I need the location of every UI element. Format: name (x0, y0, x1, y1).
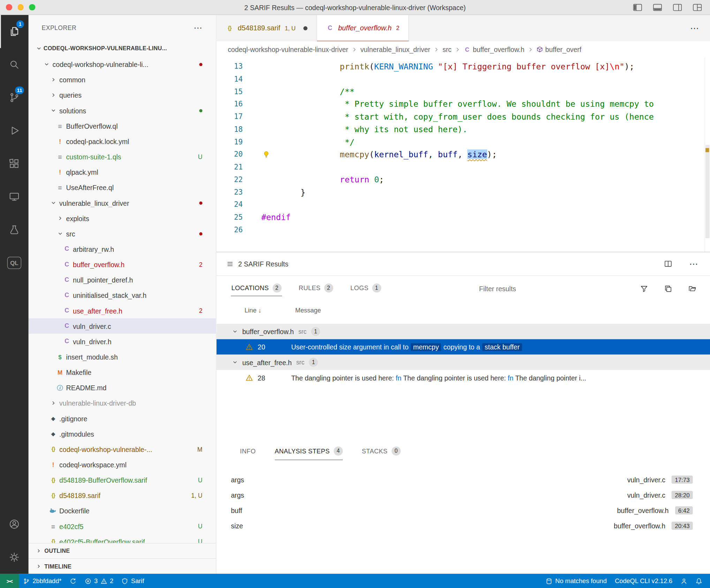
sort-by-line-header[interactable]: Line ↓ (244, 307, 262, 314)
tree-item[interactable]: !qlpack.yml (29, 164, 216, 180)
tree-item[interactable]: {}d548189-BufferOverflow.sarifU (29, 472, 216, 488)
tree-item[interactable]: {}e402cf5-BufferOverflow.sarifU (29, 534, 216, 543)
customize-layout-icon[interactable] (693, 3, 702, 11)
sidebar-item-explorer[interactable]: 1 (0, 15, 29, 48)
filter-results-input[interactable] (479, 285, 628, 292)
location-link[interactable]: fn (508, 374, 513, 382)
step-file-link[interactable]: vuln_driver.c (627, 476, 665, 483)
tree-item[interactable]: iREADME.md (29, 380, 216, 395)
feedback-status-item[interactable] (677, 574, 692, 588)
sarif-file-group-row[interactable]: use_after_free.hsrc1 (217, 355, 710, 370)
problems-status-item[interactable]: 3 2 (81, 574, 118, 588)
tree-item[interactable]: $insert_module.sh (29, 349, 216, 364)
breadcrumb-item[interactable]: vulnerable_linux_driver (361, 45, 430, 53)
analysis-step-row[interactable]: argsvuln_driver.c28:20 (217, 487, 710, 503)
tab-buffer-overflow-h[interactable]: C buffer_overflow.h 2 (317, 15, 409, 41)
accounts-button[interactable] (0, 508, 29, 541)
tree-item[interactable]: ◆.gitmodules (29, 426, 216, 442)
sarif-result-row[interactable]: 20User-controlled size argument in call … (217, 339, 710, 355)
tree-item[interactable]: queries (29, 88, 216, 103)
sarif-file-group-row[interactable]: buffer_overflow.hsrc1 (217, 324, 710, 339)
settings-button[interactable] (0, 541, 29, 574)
tree-item[interactable]: ◆.gitignore (29, 411, 216, 426)
breadcrumb-item[interactable]: Cbuffer_overflow.h (464, 45, 524, 53)
sarif-tab-locations[interactable]: LOCATIONS2 (231, 281, 282, 296)
zoom-window-icon[interactable] (29, 4, 35, 10)
panel-more-actions-icon[interactable]: ⋯ (689, 258, 698, 269)
sidebar-item-remote-explorer[interactable] (0, 180, 29, 213)
workspace-root-row[interactable]: CODEQL-WORKSHOP-VULNERABLE-LINU... (29, 40, 216, 57)
tree-item[interactable]: {}codeql-workshop-vulnerable-...M (29, 442, 216, 457)
filter-icon[interactable] (640, 285, 648, 292)
tree-item[interactable]: !codeql-workspace.yml (29, 457, 216, 472)
sarif-tab-rules[interactable]: RULES2 (298, 281, 334, 296)
tree-item[interactable]: Dockerfile (29, 503, 216, 519)
toggle-secondary-sidebar-icon[interactable] (673, 3, 682, 11)
editor-scrollbar[interactable] (704, 58, 710, 252)
detail-tab-info[interactable]: INFO (240, 446, 256, 460)
tree-item[interactable]: MMakefile (29, 364, 216, 380)
tab-d548189-sarif[interactable]: {} d548189.sarif 1, U (217, 15, 317, 41)
detail-tab-stacks[interactable]: STACKS0 (362, 446, 401, 460)
close-window-icon[interactable] (6, 4, 12, 10)
tree-item[interactable]: src (29, 226, 216, 241)
tree-item[interactable]: codeql-workshop-vulnerable-li... (29, 56, 216, 72)
breadcrumb-item[interactable]: buffer_overf (537, 45, 581, 53)
tree-item[interactable]: vulnerable-linux-driver-db (29, 395, 216, 411)
sidebar-item-testing[interactable] (0, 213, 29, 247)
scrollbar-thumb[interactable] (705, 145, 709, 238)
breadcrumb-item[interactable]: src (443, 45, 452, 53)
step-file-link[interactable]: buffer_overflow.h (617, 506, 669, 514)
code-location-chip[interactable]: stack buffer (482, 343, 522, 351)
remote-indicator[interactable]: >< (0, 574, 19, 588)
detail-tab-analysis-steps[interactable]: ANALYSIS STEPS4 (275, 446, 343, 460)
tree-item[interactable]: Cuse_after_free.h2 (29, 303, 216, 318)
step-file-link[interactable]: buffer_overflow.h (614, 522, 665, 529)
tree-item[interactable]: ≡custom-suite-1.qlsU (29, 149, 216, 164)
minimize-window-icon[interactable] (17, 4, 24, 10)
analysis-step-row[interactable]: buffbuffer_overflow.h6:42 (217, 503, 710, 518)
sync-status-item[interactable] (66, 574, 81, 588)
tree-item[interactable]: Cbuffer_overflow.h2 (29, 257, 216, 272)
toggle-panel-icon[interactable] (653, 3, 662, 11)
location-link[interactable]: fn (396, 374, 401, 382)
outline-section-header[interactable]: OUTLINE (29, 543, 216, 558)
lightbulb-icon[interactable] (263, 151, 270, 158)
sidebar-item-run-and-debug[interactable] (0, 114, 29, 147)
split-panel-icon[interactable] (664, 260, 672, 267)
notifications-status-item[interactable] (692, 574, 707, 588)
tree-item[interactable]: ≡BufferOverflow.ql (29, 118, 216, 134)
code-editor[interactable]: 13 printk(KERN_WARNING "[x] Triggering b… (217, 58, 710, 252)
tree-item[interactable]: exploits (29, 211, 216, 226)
tree-item[interactable]: ≡UseAfterFree.ql (29, 180, 216, 195)
explorer-more-actions-icon[interactable]: ⋯ (194, 22, 202, 33)
code-location-chip[interactable]: memcpy (411, 343, 441, 351)
breadcrumb-item[interactable]: codeql-workshop-vulnerable-linux-driver (228, 45, 348, 53)
sarif-result-row[interactable]: 28The dangling pointer is used here: fn … (217, 370, 710, 385)
sidebar-item-search[interactable] (0, 48, 29, 81)
tree-item[interactable]: {}d548189.sarif1, U (29, 488, 216, 503)
codeql-cli-status-item[interactable]: CodeQL CLI v2.12.6 (611, 574, 676, 588)
sarif-scanner-status-item[interactable]: Sarif (118, 574, 148, 588)
tree-item[interactable]: vulnerable_linux_driver (29, 195, 216, 211)
tree-item[interactable]: Cvuln_driver.c (29, 318, 216, 334)
tree-item[interactable]: Cvuln_driver.h (29, 334, 216, 349)
sidebar-item-extensions[interactable] (0, 147, 29, 180)
tree-item[interactable]: !codeql-pack.lock.yml (29, 134, 216, 149)
tree-item[interactable]: solutions (29, 103, 216, 118)
timeline-section-header[interactable]: TIMELINE (29, 558, 216, 574)
open-log-folder-icon[interactable] (688, 285, 696, 292)
sidebar-item-codeql[interactable]: QL (0, 246, 29, 279)
step-file-link[interactable]: vuln_driver.c (627, 491, 665, 499)
sarif-tab-logs[interactable]: LOGS1 (350, 281, 382, 296)
tree-item[interactable]: common (29, 72, 216, 87)
toggle-sidebar-icon[interactable] (633, 3, 642, 11)
analysis-step-row[interactable]: argsvuln_driver.c17:73 (217, 472, 710, 487)
editor-more-actions-icon[interactable]: ⋯ (690, 23, 699, 33)
sidebar-item-source-control[interactable]: 11 (0, 81, 29, 114)
analysis-step-row[interactable]: sizebuffer_overflow.h20:43 (217, 518, 710, 533)
modified-dot-icon[interactable] (303, 26, 308, 30)
tree-item[interactable]: Carbitrary_rw.h (29, 241, 216, 257)
tree-item[interactable]: Cnull_pointer_deref.h (29, 272, 216, 287)
branch-status-item[interactable]: 2bbfdadd* (19, 574, 66, 588)
